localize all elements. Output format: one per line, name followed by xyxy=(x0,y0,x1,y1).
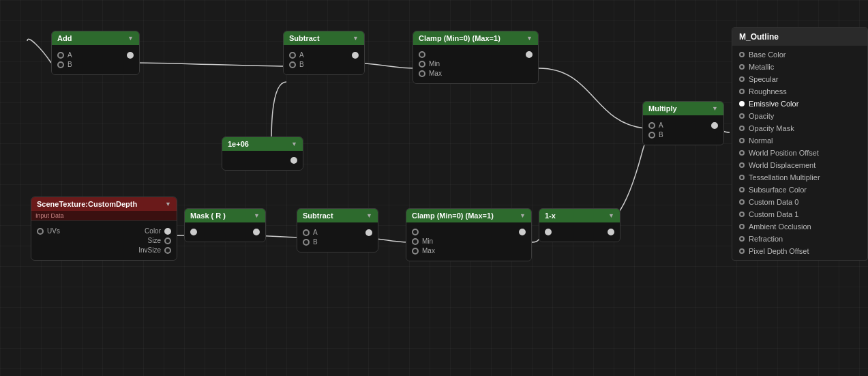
mask-r-node: Mask ( R ) ▼ xyxy=(184,208,266,242)
outline-row-base-color[interactable]: Base Color xyxy=(732,48,867,61)
scene-texture-pin-size[interactable] xyxy=(164,237,171,244)
outline-label-emissive: Emissive Color xyxy=(749,100,798,108)
multiply-pin-out[interactable] xyxy=(711,122,718,129)
outline-pin-roughness xyxy=(739,89,745,94)
add-node-dropdown[interactable]: ▼ xyxy=(128,35,134,42)
add-pin-out[interactable] xyxy=(127,52,134,59)
subtract-bot-pin-out[interactable] xyxy=(365,229,372,236)
outline-row-refraction[interactable]: Refraction xyxy=(732,233,867,245)
clamp-top-pin-out[interactable] xyxy=(526,51,533,58)
subtract-bot-title: Subtract xyxy=(303,212,333,220)
clamp-bot-pin-in[interactable] xyxy=(412,229,419,235)
multiply-dropdown[interactable]: ▼ xyxy=(712,105,718,112)
subtract-bot-row-a: A xyxy=(303,229,372,236)
outline-row-ambient-occlusion[interactable]: Ambient Occlusion xyxy=(732,220,867,233)
outline-row-opacity[interactable]: Opacity xyxy=(732,110,867,122)
multiply-label-b: B xyxy=(659,131,663,139)
clamp-top-row-main xyxy=(419,51,533,58)
outline-label-specular: Specular xyxy=(749,75,778,83)
clamp-bot-dropdown[interactable]: ▼ xyxy=(520,212,526,219)
outline-row-pixel-depth[interactable]: Pixel Depth Offset xyxy=(732,245,867,257)
subtract-bot-dropdown[interactable]: ▼ xyxy=(366,212,372,219)
value-1e6-title: 1e+06 xyxy=(228,140,249,148)
multiply-pin-b-in[interactable] xyxy=(648,132,655,139)
subtract-bot-node: Subtract ▼ A B xyxy=(297,208,378,252)
outline-row-roughness[interactable]: Roughness xyxy=(732,85,867,98)
value-1e6-pin-out[interactable] xyxy=(290,157,297,164)
clamp-bot-pin-out[interactable] xyxy=(519,229,526,235)
clamp-bot-node: Clamp (Min=0) (Max=1) ▼ Min Max xyxy=(406,208,532,261)
subtract-bot-pin-a-in[interactable] xyxy=(303,229,310,236)
outline-row-world-disp[interactable]: World Displacement xyxy=(732,159,867,171)
subtract-top-pin-b-in[interactable] xyxy=(289,61,296,68)
outline-row-custom-data-1[interactable]: Custom Data 1 xyxy=(732,208,867,220)
add-pin-b-in[interactable] xyxy=(57,61,64,68)
one-minus-x-dropdown[interactable]: ▼ xyxy=(608,212,614,219)
outline-pin-opacity-mask xyxy=(739,126,745,131)
add-node-row-a: A xyxy=(57,51,134,59)
scene-texture-row-size: Size xyxy=(37,237,171,244)
scene-texture-label-size: Size xyxy=(148,237,161,244)
scene-texture-header: SceneTexture:CustomDepth ▼ xyxy=(31,197,177,211)
outline-row-world-pos[interactable]: World Position Offset xyxy=(732,147,867,159)
one-minus-x-pin-in[interactable] xyxy=(545,229,552,235)
outline-label-pixel-depth: Pixel Depth Offset xyxy=(749,247,809,255)
clamp-bot-header: Clamp (Min=0) (Max=1) ▼ xyxy=(406,209,531,222)
outline-label-roughness: Roughness xyxy=(749,87,787,96)
mask-r-pin-in[interactable] xyxy=(190,229,197,235)
outline-row-tessellation[interactable]: Tessellation Multiplier xyxy=(732,171,867,184)
outline-row-emissive[interactable]: Emissive Color xyxy=(732,98,867,110)
outline-row-metallic[interactable]: Metallic xyxy=(732,61,867,73)
outline-row-opacity-mask[interactable]: Opacity Mask xyxy=(732,122,867,134)
outline-pin-emissive xyxy=(739,101,745,106)
mask-r-pin-out[interactable] xyxy=(253,229,260,235)
outline-row-subsurface[interactable]: Subsurface Color xyxy=(732,184,867,196)
multiply-row-a: A xyxy=(648,121,718,129)
clamp-bot-pin-min[interactable] xyxy=(412,238,419,245)
outline-label-ambient-occlusion: Ambient Occlusion xyxy=(749,222,811,231)
one-minus-x-pin-out[interactable] xyxy=(608,229,614,235)
outline-pin-normal xyxy=(739,138,745,143)
value-1e6-dropdown[interactable]: ▼ xyxy=(291,141,297,147)
clamp-top-pin-in[interactable] xyxy=(419,51,425,58)
outline-row-custom-data-0[interactable]: Custom Data 0 xyxy=(732,196,867,208)
clamp-bot-pin-max[interactable] xyxy=(412,248,419,255)
value-1e6-node: 1e+06 ▼ xyxy=(222,136,303,171)
multiply-pin-a-in[interactable] xyxy=(648,122,655,129)
add-node: Add ▼ A B xyxy=(51,31,140,75)
subtract-top-dropdown[interactable]: ▼ xyxy=(353,35,359,42)
clamp-top-dropdown[interactable]: ▼ xyxy=(526,35,533,42)
outline-pin-custom-data-0 xyxy=(739,199,745,205)
subtract-bot-header: Subtract ▼ xyxy=(297,209,378,222)
multiply-header: Multiply ▼ xyxy=(643,102,723,115)
mask-r-title: Mask ( R ) xyxy=(190,212,226,220)
scene-texture-pin-invsize[interactable] xyxy=(164,247,171,254)
add-pin-a-in[interactable] xyxy=(57,52,64,59)
subtract-bot-pin-b-in[interactable] xyxy=(303,239,310,246)
clamp-top-pin-min[interactable] xyxy=(419,61,425,68)
subtract-top-pin-a-in[interactable] xyxy=(289,52,296,59)
outline-label-custom-data-1: Custom Data 1 xyxy=(749,210,798,218)
scene-texture-label-color: Color xyxy=(145,227,161,235)
m-outline-body: Base Color Metallic Specular Roughness E… xyxy=(732,46,867,260)
outline-label-world-pos: World Position Offset xyxy=(749,149,819,157)
scene-texture-pin-uvs[interactable] xyxy=(37,228,44,235)
outline-pin-specular xyxy=(739,76,745,82)
outline-pin-custom-data-1 xyxy=(739,212,745,217)
subtract-top-pin-out[interactable] xyxy=(352,52,359,59)
scene-texture-pin-color[interactable] xyxy=(164,228,171,235)
scene-texture-row-invsize: InvSize xyxy=(37,246,171,254)
scene-texture-node: SceneTexture:CustomDepth ▼ Input Data UV… xyxy=(31,197,177,261)
scene-texture-dropdown[interactable]: ▼ xyxy=(165,201,171,207)
outline-pin-opacity xyxy=(739,113,745,119)
outline-label-subsurface: Subsurface Color xyxy=(749,186,807,194)
mask-r-header: Mask ( R ) ▼ xyxy=(185,209,265,222)
mask-r-dropdown[interactable]: ▼ xyxy=(254,212,260,219)
subtract-bot-label-b: B xyxy=(313,238,318,246)
outline-label-refraction: Refraction xyxy=(749,235,783,243)
outline-row-normal[interactable]: Normal xyxy=(732,134,867,147)
outline-row-specular[interactable]: Specular xyxy=(732,73,867,85)
m-outline-title: M_Outline xyxy=(732,28,867,46)
subtract-top-title: Subtract xyxy=(289,34,320,42)
clamp-top-pin-max[interactable] xyxy=(419,70,425,77)
